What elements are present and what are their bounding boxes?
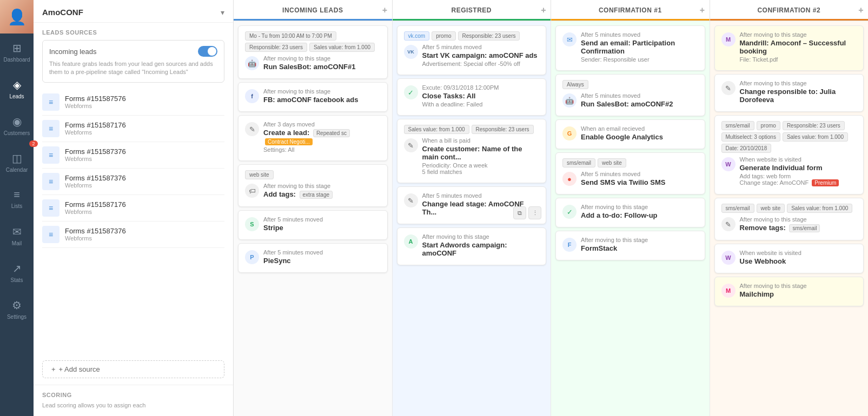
card-trigger: After 5 minutes moved: [581, 171, 698, 177]
source-list: ≡ Forms #151587576 Webforms ≡ Forms #151…: [34, 89, 233, 354]
card-icon: ✎: [245, 122, 259, 136]
card-conf2-1[interactable]: M After moving to this stage Mandrill: A…: [714, 25, 864, 71]
card-inc1[interactable]: Mo - Tu from 10:00 AM to 7:00 PM Respons…: [238, 25, 388, 79]
card-trigger: After moving to this stage: [263, 183, 381, 189]
scoring-label: SCORING: [42, 392, 224, 398]
col-progress-incoming: [234, 19, 392, 21]
source-item[interactable]: ≡ Forms #151587376 Webforms: [42, 222, 224, 248]
card-inc5[interactable]: S After 5 minutes moved Stripe: [238, 210, 388, 240]
tag: Mo - Tu from 10:00 AM to 7:00 PM: [245, 31, 336, 41]
col-progress-registred: [393, 19, 551, 21]
card-conf1-2[interactable]: Always 🤖 After 5 minutes moved Run Sales…: [555, 74, 705, 116]
sidebar-item-lists[interactable]: ≡ Lists: [0, 180, 34, 217]
sidebar-item-stats[interactable]: ↗ Stats: [0, 254, 34, 291]
source-type-6: Webforms: [65, 235, 224, 241]
card-reg5[interactable]: A After moving to this stage Start Adwor…: [397, 227, 547, 265]
card-icon: 🏷: [245, 184, 259, 198]
card-reg4[interactable]: ✎ After 5 minutes moved Change lead stag…: [397, 186, 547, 224]
inline-tag: Repeated sc: [313, 129, 350, 137]
tag: Always: [562, 80, 588, 89]
card-detail: File: Ticket.pdf: [740, 56, 857, 63]
source-type-5: Webforms: [65, 209, 224, 215]
card-inc4[interactable]: web site 🏷 After moving to this stage Ad…: [238, 164, 388, 207]
card-conf2-5[interactable]: W When website is visited Use Webhook: [714, 244, 864, 273]
card-icon: ✎: [404, 138, 418, 152]
card-action: Enable Google Analytics: [581, 133, 698, 141]
sidebar-item-customers[interactable]: ◉ Customers: [0, 107, 34, 144]
card-action: Create a lead: Repeated scContract Negot…: [263, 129, 381, 145]
card-conf2-4[interactable]: sms/email web site Sales value: from 1.0…: [714, 198, 864, 240]
col-progress-confirmation2: [710, 19, 869, 21]
source-name-6: Forms #151587376: [65, 227, 224, 235]
card-conf1-4[interactable]: sms/email web site ● After 5 minutes mov…: [555, 152, 705, 194]
card-detail: With a deadline: Failed: [422, 101, 540, 108]
tag: promo: [432, 31, 455, 41]
card-conf1-3[interactable]: G When an email recieved Enable Google A…: [555, 119, 705, 149]
card-icon: A: [404, 234, 418, 249]
source-icon-2: ≡: [42, 120, 59, 137]
incoming-leads-description: This feature grabs leads from your lead …: [49, 60, 217, 77]
source-type-2: Webforms: [65, 129, 224, 136]
tag: Sales value: from 1.000: [309, 43, 375, 52]
avatar[interactable]: 👤: [0, 0, 34, 33]
sidebar-item-mail[interactable]: ✉ Mail: [0, 217, 34, 254]
card-conf1-1[interactable]: ✉ After 5 minutes moved Send an email: P…: [555, 25, 705, 71]
add-source-label: + Add source: [59, 365, 100, 373]
tag: web site: [598, 158, 626, 167]
sidebar-item-dashboard[interactable]: ⊞ Dashboard: [0, 33, 34, 70]
source-type-3: Webforms: [65, 156, 224, 162]
col-add-confirmation2[interactable]: +: [858, 5, 864, 15]
stats-icon: ↗: [12, 262, 22, 275]
pipeline-header: INCOMING LEADS + REGISTRED + CONFIRMATIO…: [234, 0, 868, 21]
card-conf1-5[interactable]: ✓ After moving to this stage Add a to-do…: [555, 198, 705, 227]
incoming-leads-switch[interactable]: [198, 46, 217, 57]
card-conf2-2[interactable]: ✎ After moving to this stage Change resp…: [714, 74, 864, 112]
col-header-registred: REGISTRED +: [393, 0, 552, 21]
card-conf2-3[interactable]: sms/email promo Responsible: 23 users Mu…: [714, 115, 864, 194]
card-trigger: Excute: 09/31/2018 12:00PM: [422, 84, 540, 91]
tag: Sales value: from 1.000: [787, 204, 852, 213]
calendar-icon: ◫: [12, 152, 22, 165]
leads-sources-label: LEADS SOURCES: [34, 23, 233, 40]
sidebar-item-leads[interactable]: ◈ Leads: [0, 70, 34, 107]
card-detail: Advertisement: Special offer -50% off: [422, 61, 540, 67]
mail-icon: ✉: [12, 225, 22, 238]
card-trigger: After 5 minutes moved: [263, 249, 381, 256]
app-header[interactable]: AmoCONF ▾: [34, 0, 233, 23]
delete-button[interactable]: ⋮: [528, 206, 541, 219]
source-item[interactable]: ≡ Forms #151587576 Webforms: [42, 89, 224, 116]
card-reg1[interactable]: vk.com promo Responsible: 23 users VK Af…: [397, 25, 547, 75]
card-conf2-6[interactable]: M After moving to this stage Mailchimp: [714, 277, 864, 306]
sidebar-item-calendar[interactable]: ◫ Calendar 2: [0, 144, 34, 180]
premium-tag: Premium: [812, 179, 839, 186]
copy-button[interactable]: ⧉: [513, 206, 526, 219]
card-trigger: After moving to this stage: [422, 233, 540, 240]
col-add-confirmation1[interactable]: +: [700, 5, 705, 15]
source-item[interactable]: ≡ Forms #151587376 Webforms: [42, 169, 224, 195]
card-conf1-6[interactable]: F After moving to this stage FormStack: [555, 231, 705, 260]
col-header-incoming: INCOMING LEADS +: [234, 0, 393, 21]
sidebar-item-settings[interactable]: ⚙ Settings: [0, 291, 34, 327]
card-reg2[interactable]: ✓ Excute: 09/31/2018 12:00PM Close Tasks…: [397, 78, 547, 116]
card-trigger: After 5 minutes moved: [263, 216, 381, 223]
source-name-4: Forms #151587376: [65, 174, 224, 182]
add-source-button[interactable]: + + Add source: [42, 360, 224, 378]
source-item[interactable]: ≡ Forms #151587376 Webforms: [42, 142, 224, 169]
add-source-plus-icon: +: [51, 365, 56, 373]
card-action: Run SalesBot: amoCONF#2: [581, 100, 698, 108]
source-icon-4: ≡: [42, 173, 59, 190]
card-inc6[interactable]: P After 5 minutes moved PieSync: [238, 243, 388, 273]
source-icon-6: ≡: [42, 226, 59, 243]
source-item[interactable]: ≡ Forms #151587176 Webforms: [42, 195, 224, 222]
card-icon: G: [562, 126, 577, 140]
pipeline-grid: Mo - Tu from 10:00 AM to 7:00 PM Respons…: [234, 21, 868, 416]
source-icon-5: ≡: [42, 199, 59, 217]
source-item[interactable]: ≡ Forms #151587176 Webforms: [42, 116, 224, 142]
card-inc2[interactable]: f After moving to this stage FB: amoCONF…: [238, 82, 388, 112]
card-inc3[interactable]: ✎ After 3 days moved Create a lead: Repe…: [238, 115, 388, 161]
col-add-incoming[interactable]: +: [382, 5, 388, 15]
col-add-registred[interactable]: +: [541, 5, 546, 15]
card-trigger: After moving to this stage: [740, 283, 857, 289]
incoming-leads-toggle[interactable]: Incoming leads This feature grabs leads …: [42, 40, 224, 83]
card-reg3[interactable]: Sales value: from 1.000 Responsible: 23 …: [397, 119, 547, 183]
